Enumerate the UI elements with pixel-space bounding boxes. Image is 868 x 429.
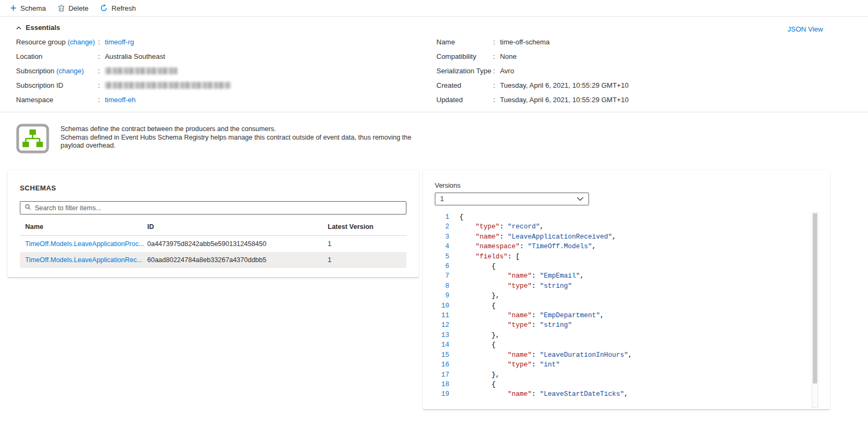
chevron-down-icon <box>577 195 584 203</box>
description-line-2: Schemas defined in Event Hubs Schema Reg… <box>61 134 420 150</box>
line-number: 4 <box>435 242 459 251</box>
subscription-change-link[interactable]: (change) <box>56 67 84 75</box>
code-text: "name": "EmpEmail", <box>459 271 584 281</box>
add-schema-button[interactable]: Schema <box>4 0 52 16</box>
code-line: 3 "name": "LeaveApplicationReceived", <box>435 232 818 242</box>
schema-name-link[interactable]: TimeOff.Models.LeaveApplicationProc... <box>25 240 147 248</box>
code-text: }, <box>459 370 500 380</box>
subscription-redacted-value <box>105 67 177 74</box>
subscription-id-redacted-value <box>105 82 231 89</box>
serialization-type-row: Serialization Type : Avro <box>436 64 629 78</box>
code-line: 1{ <box>435 212 818 222</box>
resource-group-row: Resource group (change) : timeoff-rg <box>16 35 436 49</box>
schema-registry-icon <box>16 124 49 155</box>
essentials-right-column: Name : time-off-schema Compatibility : N… <box>436 35 629 107</box>
line-number: 9 <box>435 291 459 301</box>
code-text: "type": "string" <box>459 320 572 330</box>
created-value: Tuesday, April 6, 2021, 10:55:29 GMT+10 <box>500 81 629 89</box>
location-value: Australia Southeast <box>105 52 165 60</box>
line-number: 18 <box>435 380 459 389</box>
code-line: 9 }, <box>435 291 818 301</box>
code-text: { <box>459 340 496 350</box>
line-number: 3 <box>435 232 459 242</box>
trash-icon <box>58 4 65 12</box>
code-text: { <box>459 212 464 222</box>
code-line: 18 { <box>435 380 818 389</box>
essentials-header[interactable]: Essentials <box>16 24 868 32</box>
json-view-link[interactable]: JSON View <box>788 25 823 33</box>
subscription-id-label: Subscription ID <box>16 81 98 89</box>
line-number: 8 <box>435 281 459 291</box>
code-line: 2 "type": "record", <box>435 222 818 232</box>
line-number: 7 <box>435 271 459 281</box>
line-number: 6 <box>435 262 459 271</box>
schema-description: Schemas define the contract between the … <box>0 112 868 155</box>
code-text: "type": "record", <box>459 222 544 232</box>
description-line-1: Schemas define the contract between the … <box>61 125 420 134</box>
resource-group-change-link[interactable]: (change) <box>67 38 95 46</box>
schema-table-row[interactable]: TimeOff.Models.LeaveApplicationProc... 0… <box>20 236 406 252</box>
refresh-label: Refresh <box>111 4 136 12</box>
separator: : <box>98 52 100 60</box>
location-row: Location : Australia Southeast <box>16 49 436 64</box>
separator: : <box>493 96 495 104</box>
column-header-id: ID <box>147 223 328 231</box>
code-line: 15 "name": "LeaveDurationInHours", <box>435 350 818 360</box>
schema-table-row-selected[interactable]: TimeOff.Models.LeaveApplicationRec... 60… <box>20 252 406 268</box>
serialization-type-value: Avro <box>500 67 515 75</box>
content-cards: SCHEMAS Name ID Latest Version TimeOff.M… <box>0 155 868 409</box>
code-text: { <box>459 262 496 271</box>
schema-search-input[interactable] <box>35 204 402 212</box>
code-text: "type": "string" <box>459 281 572 291</box>
version-select[interactable]: 1 <box>435 193 589 205</box>
code-line: 6 { <box>435 262 818 271</box>
created-row: Created : Tuesday, April 6, 2021, 10:55:… <box>436 78 629 93</box>
created-label: Created <box>436 81 493 89</box>
editor-scrollbar[interactable] <box>812 212 818 408</box>
line-number: 5 <box>435 252 459 262</box>
versions-label: Versions <box>435 182 818 189</box>
schema-name-link[interactable]: TimeOff.Models.LeaveApplicationRec... <box>25 256 147 264</box>
code-line: 4 "namespace": "TimeOff.Models", <box>435 242 818 251</box>
separator: : <box>493 52 495 60</box>
plus-icon <box>10 5 17 11</box>
separator: : <box>493 38 495 46</box>
scrollbar-thumb[interactable] <box>813 213 817 384</box>
refresh-button[interactable]: Refresh <box>94 0 142 16</box>
code-editor[interactable]: 1{2 "type": "record",3 "name": "LeaveApp… <box>435 212 818 409</box>
code-line: 12 "type": "string" <box>435 320 818 330</box>
schemas-table-header: Name ID Latest Version <box>20 218 406 236</box>
schema-latest-version: 1 <box>328 240 401 248</box>
name-label: Name <box>436 38 493 46</box>
schemas-card: SCHEMAS Name ID Latest Version TimeOff.M… <box>7 170 419 277</box>
essentials-left-column: Resource group (change) : timeoff-rg Loc… <box>16 35 436 107</box>
code-text: "name": "EmpDepartment", <box>459 311 604 320</box>
subscription-row: Subscription (change) : <box>16 64 436 78</box>
name-value: time-off-schema <box>500 38 550 46</box>
schema-latest-version: 1 <box>328 256 401 264</box>
namespace-label: Namespace <box>16 96 98 104</box>
column-header-latest-version: Latest Version <box>328 223 401 231</box>
column-header-name: Name <box>25 223 147 231</box>
namespace-value-link[interactable]: timeoff-eh <box>105 96 136 104</box>
separator: : <box>98 67 100 75</box>
subscription-id-row: Subscription ID : <box>16 78 436 93</box>
separator: : <box>493 81 495 89</box>
code-line: 7 "name": "EmpEmail", <box>435 271 818 281</box>
versions-card: Versions 1 1{2 "type": "record",3 "name"… <box>423 170 830 409</box>
code-line: 10 { <box>435 301 818 311</box>
code-line: 17 }, <box>435 370 818 380</box>
refresh-icon <box>100 4 108 12</box>
essentials-grid: Resource group (change) : timeoff-rg Loc… <box>0 35 868 107</box>
resource-group-value-link[interactable]: timeoff-rg <box>105 38 134 46</box>
code-lines: 1{2 "type": "record",3 "name": "LeaveApp… <box>435 212 818 400</box>
serialization-type-label: Serialization Type <box>436 67 493 75</box>
separator: : <box>98 81 100 89</box>
delete-button[interactable]: Delete <box>52 0 95 16</box>
essentials-title: Essentials <box>26 24 60 32</box>
line-number: 16 <box>435 360 459 370</box>
line-number: 12 <box>435 320 459 330</box>
code-text: { <box>459 380 496 389</box>
code-text: "name": "LeaveDurationInHours", <box>459 350 632 360</box>
line-number: 13 <box>435 331 459 340</box>
